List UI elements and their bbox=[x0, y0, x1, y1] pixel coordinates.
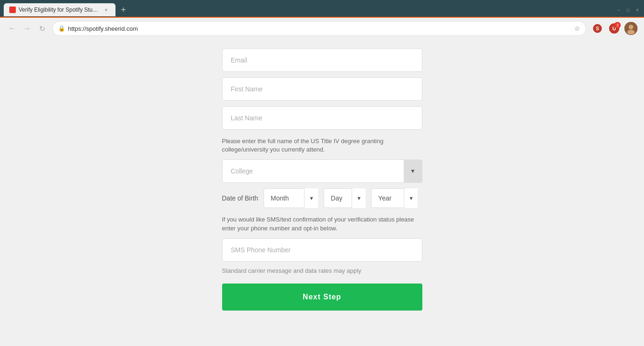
url-text: https://spotify.sheerid.com bbox=[68, 25, 571, 32]
day-select[interactable]: Day for(let i=1;i<=31;i++) document.writ… bbox=[324, 188, 366, 208]
year-select-wrapper: Year for(let y=2024;y>=1920;y--) documen… bbox=[371, 188, 418, 208]
back-button[interactable]: ← bbox=[6, 22, 19, 35]
page-content: Please enter the full name of the US Tit… bbox=[0, 39, 644, 346]
forward-button[interactable]: → bbox=[20, 22, 34, 35]
maximize-button[interactable]: □ bbox=[625, 7, 631, 13]
tab-bar: Verify Eligibility for Spotify Stude... … bbox=[4, 3, 616, 16]
standard-rates-text: Standard carrier message and data rates … bbox=[222, 267, 422, 274]
email-input[interactable] bbox=[222, 48, 422, 72]
tab-favicon bbox=[9, 7, 16, 13]
minimize-button[interactable]: − bbox=[616, 7, 622, 13]
title-bar: Verify Eligibility for Spotify Stude... … bbox=[0, 0, 644, 17]
browser-chrome: Verify Eligibility for Spotify Stude... … bbox=[0, 0, 644, 346]
date-of-birth-label: Date of Birth bbox=[222, 194, 258, 202]
refresh-button[interactable]: ↻ bbox=[35, 22, 48, 35]
tab-title: Verify Eligibility for Spotify Stude... bbox=[19, 7, 100, 13]
lock-icon: 🔒 bbox=[58, 25, 65, 32]
sms-phone-input[interactable] bbox=[222, 238, 422, 262]
college-select[interactable]: College bbox=[222, 159, 422, 183]
last-name-input[interactable] bbox=[222, 106, 422, 130]
form-container: Please enter the full name of the US Tit… bbox=[222, 48, 422, 337]
next-step-button[interactable]: Next Step bbox=[222, 284, 422, 311]
first-name-input[interactable] bbox=[222, 77, 422, 101]
extension-icon-1[interactable]: S bbox=[590, 21, 605, 36]
toolbar-icons: S U 3 bbox=[590, 21, 638, 36]
date-of-birth-row: Date of Birth Month January February Mar… bbox=[222, 188, 422, 208]
svg-text:S: S bbox=[596, 26, 599, 31]
profile-icon-1[interactable]: U 3 bbox=[607, 21, 622, 36]
svg-point-6 bbox=[627, 30, 635, 35]
close-window-button[interactable]: × bbox=[635, 7, 640, 13]
month-select-wrapper: Month January February March April May J… bbox=[264, 188, 318, 208]
sms-helper-text: If you would like SMS/text confirmation … bbox=[222, 215, 422, 232]
tab-close-button[interactable]: × bbox=[102, 6, 110, 14]
svg-point-5 bbox=[629, 25, 633, 29]
new-tab-button[interactable]: + bbox=[117, 4, 129, 16]
year-select[interactable]: Year for(let y=2024;y>=1920;y--) documen… bbox=[371, 188, 418, 208]
college-helper-text: Please enter the full name of the US Tit… bbox=[222, 137, 422, 154]
month-select[interactable]: Month January February March April May J… bbox=[264, 188, 318, 208]
avatar-button[interactable] bbox=[624, 21, 638, 36]
address-bar[interactable]: 🔒 https://spotify.sheerid.com ☆ bbox=[52, 21, 586, 36]
address-bar-row: ← → ↻ 🔒 https://spotify.sheerid.com ☆ S … bbox=[0, 17, 644, 39]
nav-buttons: ← → ↻ bbox=[6, 22, 48, 35]
notification-badge: 3 bbox=[614, 22, 621, 28]
active-tab[interactable]: Verify Eligibility for Spotify Stude... … bbox=[4, 3, 115, 16]
day-select-wrapper: Day for(let i=1;i<=31;i++) document.writ… bbox=[324, 188, 366, 208]
window-controls: − □ × bbox=[616, 7, 640, 13]
bookmark-icon[interactable]: ☆ bbox=[574, 25, 580, 32]
college-select-wrapper: College ▼ bbox=[222, 159, 422, 183]
user-avatar bbox=[624, 22, 637, 35]
